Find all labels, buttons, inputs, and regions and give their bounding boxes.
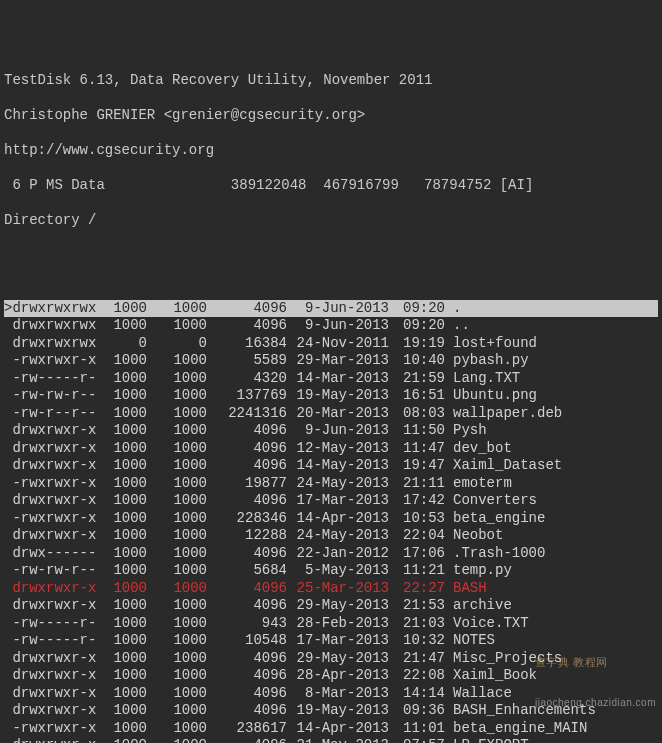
file-row[interactable]: >drwxrwxrwx1000100040969-Jun-201309:20. — [4, 300, 658, 318]
uid: 0 — [99, 335, 147, 353]
size: 137769 — [207, 387, 287, 405]
watermark: 查字典 教程网 jiaocheng.chazidian.com — [535, 628, 656, 723]
gid: 1000 — [147, 422, 207, 440]
size: 4096 — [207, 545, 287, 563]
file-row[interactable]: drwxrwxr-x10001000409612-May-201311:47de… — [4, 440, 658, 458]
date: 25-Mar-2013 — [287, 580, 389, 598]
size: 4320 — [207, 370, 287, 388]
date: 22-Jan-2012 — [287, 545, 389, 563]
uid: 1000 — [99, 545, 147, 563]
gid: 0 — [147, 335, 207, 353]
file-row[interactable]: drwxrwxr-x10001000409621-May-201307:57LP… — [4, 737, 658, 743]
date: 24-May-2013 — [287, 475, 389, 493]
file-row[interactable]: drwxrwxr-x1000100040969-Jun-201311:50Pys… — [4, 422, 658, 440]
gid: 1000 — [147, 510, 207, 528]
file-row[interactable]: drwxrwxr-x10001000409629-May-201321:53ar… — [4, 597, 658, 615]
filename: wallpaper.deb — [445, 405, 562, 423]
perms: drwxrwxr-x — [4, 667, 99, 685]
size: 4096 — [207, 702, 287, 720]
uid: 1000 — [99, 457, 147, 475]
uid: 1000 — [99, 615, 147, 633]
file-row[interactable]: -rw-rw-r--1000100013776919-May-201316:51… — [4, 387, 658, 405]
date: 24-Nov-2011 — [287, 335, 389, 353]
file-row[interactable]: -rw-r--r--10001000224131620-Mar-201308:0… — [4, 405, 658, 423]
perms: drwxrwxr-x — [4, 685, 99, 703]
perms: drwxrwxr-x — [4, 422, 99, 440]
gid: 1000 — [147, 475, 207, 493]
time: 11:21 — [389, 562, 445, 580]
size: 16384 — [207, 335, 287, 353]
size: 4096 — [207, 667, 287, 685]
file-row[interactable]: -rw-----r-10001000432014-Mar-201321:59La… — [4, 370, 658, 388]
date: 24-May-2013 — [287, 527, 389, 545]
time: 10:53 — [389, 510, 445, 528]
time: 17:06 — [389, 545, 445, 563]
gid: 1000 — [147, 685, 207, 703]
filename: Voice.TXT — [445, 615, 529, 633]
uid: 1000 — [99, 387, 147, 405]
time: 10:40 — [389, 352, 445, 370]
perms: drwxrwxr-x — [4, 737, 99, 743]
file-row[interactable]: drwxrwxr-x10001000409614-May-201319:47Xa… — [4, 457, 658, 475]
perms: -rw-rw-r-- — [4, 562, 99, 580]
file-row[interactable]: drwxrwxr-x10001000409625-Mar-201322:27BA… — [4, 580, 658, 598]
gid: 1000 — [147, 387, 207, 405]
file-row[interactable]: -rwxrwxr-x1000100022834614-Apr-201310:53… — [4, 510, 658, 528]
perms: -rw-rw-r-- — [4, 387, 99, 405]
gid: 1000 — [147, 492, 207, 510]
filename: .. — [445, 317, 470, 335]
time: 22:27 — [389, 580, 445, 598]
perms: drwxrwxr-x — [4, 650, 99, 668]
time: 22:04 — [389, 527, 445, 545]
perms: -rw-----r- — [4, 370, 99, 388]
date: 29-May-2013 — [287, 650, 389, 668]
size: 4096 — [207, 492, 287, 510]
uid: 1000 — [99, 405, 147, 423]
time: 17:42 — [389, 492, 445, 510]
size: 19877 — [207, 475, 287, 493]
date: 9-Jun-2013 — [287, 317, 389, 335]
perms: drwxrwxr-x — [4, 492, 99, 510]
date: 14-Apr-2013 — [287, 510, 389, 528]
filename: Ubuntu.png — [445, 387, 537, 405]
date: 14-May-2013 — [287, 457, 389, 475]
filename: archive — [445, 597, 512, 615]
gid: 1000 — [147, 667, 207, 685]
perms: drwxrwxrwx — [4, 317, 99, 335]
partition-line: 6 P MS Data 389122048 467916799 78794752… — [4, 177, 658, 195]
file-row[interactable]: drwxrwxrwx001638424-Nov-201119:19lost+fo… — [4, 335, 658, 353]
date: 21-May-2013 — [287, 737, 389, 743]
filename: pybash.py — [445, 352, 529, 370]
filename: emoterm — [445, 475, 512, 493]
time: 11:01 — [389, 720, 445, 738]
size: 10548 — [207, 632, 287, 650]
uid: 1000 — [99, 317, 147, 335]
size: 5684 — [207, 562, 287, 580]
date: 29-Mar-2013 — [287, 352, 389, 370]
gid: 1000 — [147, 580, 207, 598]
uid: 1000 — [99, 510, 147, 528]
filename: lost+found — [445, 335, 537, 353]
uid: 1000 — [99, 737, 147, 743]
uid: 1000 — [99, 597, 147, 615]
gid: 1000 — [147, 615, 207, 633]
url-line: http://www.cgsecurity.org — [4, 142, 658, 160]
time: 21:53 — [389, 597, 445, 615]
file-row[interactable]: drwxrwxr-x10001000409617-Mar-201317:42Co… — [4, 492, 658, 510]
date: 29-May-2013 — [287, 597, 389, 615]
file-row[interactable]: -rwxrwxr-x100010001987724-May-201321:11e… — [4, 475, 658, 493]
uid: 1000 — [99, 492, 147, 510]
file-row[interactable]: drwxrwxr-x100010001228824-May-201322:04N… — [4, 527, 658, 545]
file-row[interactable]: -rwxrwxr-x10001000558929-Mar-201310:40py… — [4, 352, 658, 370]
time: 10:32 — [389, 632, 445, 650]
gid: 1000 — [147, 597, 207, 615]
gid: 1000 — [147, 527, 207, 545]
perms: -rwxrwxr-x — [4, 510, 99, 528]
file-row[interactable]: drwx------10001000409622-Jan-201217:06.T… — [4, 545, 658, 563]
filename: Wallace — [445, 685, 512, 703]
file-row[interactable]: -rw-rw-r--1000100056845-May-201311:21tem… — [4, 562, 658, 580]
size: 4096 — [207, 457, 287, 475]
file-row[interactable]: drwxrwxrwx1000100040969-Jun-201309:20.. — [4, 317, 658, 335]
size: 4096 — [207, 597, 287, 615]
perms: drwxrwxr-x — [4, 440, 99, 458]
